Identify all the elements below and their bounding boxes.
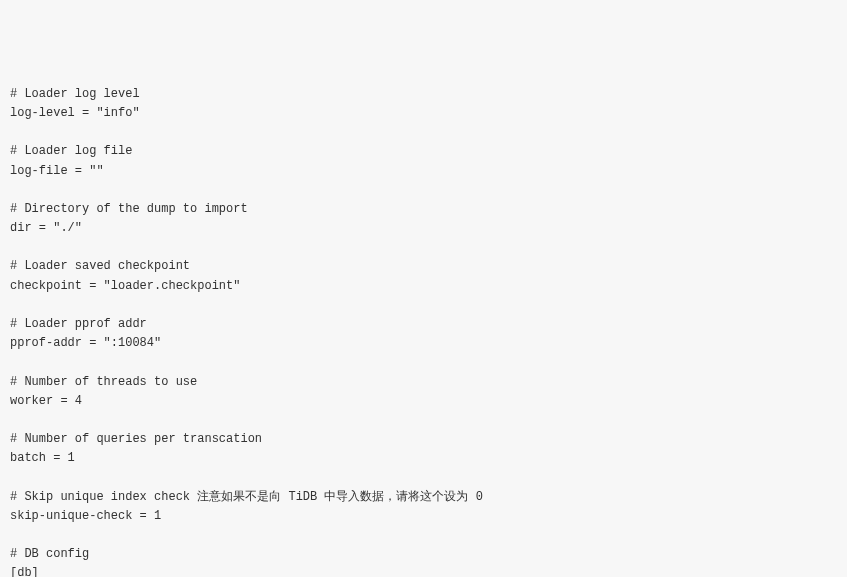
config-code-block: # Loader log level log-level = "info" # … — [10, 85, 837, 577]
config-text: # Loader log level log-level = "info" # … — [10, 87, 483, 577]
